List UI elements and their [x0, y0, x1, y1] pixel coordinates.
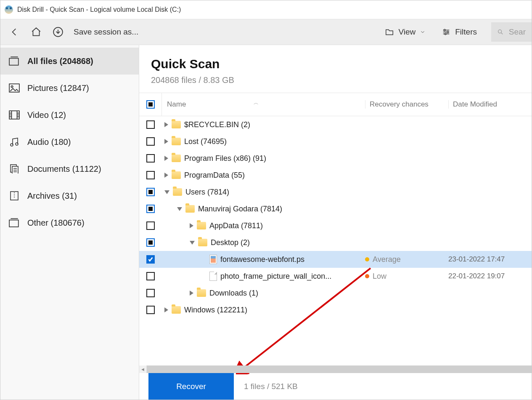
expand-toggle[interactable]	[190, 291, 193, 296]
column-name[interactable]: Name ︿	[162, 100, 365, 109]
file-name: $RECYCLE.BIN (2)	[184, 120, 250, 129]
file-name: fontawesome-webfont.ps	[220, 255, 304, 264]
status-dot	[365, 257, 369, 261]
download-button[interactable]	[49, 23, 67, 41]
file-list: $RECYCLE.BIN (2)Lost (74695)Program File…	[139, 116, 532, 373]
sort-up-icon: ︿	[254, 99, 259, 107]
sidebar-item-audio[interactable]: Audio (180)	[0, 128, 139, 155]
sliders-icon	[442, 27, 451, 37]
file-name: Users (7814)	[185, 188, 229, 197]
table-row[interactable]: Windows (122211)	[139, 301, 532, 318]
main-panel: Quick Scan 204868 files / 8.83 GB Name ︿…	[139, 45, 532, 400]
file-name: photo_frame_picture_wall_icon...	[220, 272, 331, 281]
footer-bar: ◄ Recover 1 files / 521 KB	[139, 373, 532, 400]
table-row[interactable]: Manuviraj Godara (7814)	[139, 200, 532, 217]
row-checkbox[interactable]	[146, 154, 155, 163]
status-dot	[365, 274, 369, 278]
column-recovery[interactable]: Recovery chances	[365, 100, 448, 109]
page-subtitle: 204868 files / 8.83 GB	[151, 75, 520, 85]
title-bar: Disk Drill - Quick Scan - Logical volume…	[0, 0, 532, 19]
row-checkbox[interactable]	[146, 171, 155, 179]
search-icon	[497, 27, 504, 37]
file-icon	[209, 255, 217, 264]
sidebar-item-all-files[interactable]: All files (204868)	[0, 48, 139, 75]
music-icon	[9, 137, 20, 147]
folder-icon	[172, 171, 181, 179]
table-row[interactable]: Users (7814)	[139, 184, 532, 200]
stack-icon	[9, 56, 20, 66]
table-row[interactable]: Program Files (x86) (91)	[139, 150, 532, 167]
window-title: Disk Drill - Quick Scan - Logical volume…	[17, 6, 181, 13]
document-icon	[9, 164, 20, 173]
horizontal-scrollbar[interactable]: ◄	[139, 365, 532, 373]
filters-button[interactable]: Filters	[436, 27, 483, 37]
table-row[interactable]: fontawesome-webfont.psAverage23-01-2022 …	[139, 251, 532, 268]
main-header: Quick Scan 204868 files / 8.83 GB	[139, 45, 532, 93]
sidebar-item-label: Video (12)	[27, 110, 66, 120]
row-checkbox[interactable]	[146, 137, 155, 146]
sidebar-item-archives[interactable]: Archives (31)	[0, 182, 139, 209]
filters-label: Filters	[455, 27, 477, 37]
folder-icon	[197, 222, 206, 229]
date-label: 22-01-2022 19:07	[448, 272, 532, 280]
table-row[interactable]: ProgramData (55)	[139, 167, 532, 184]
table-row[interactable]: photo_frame_picture_wall_icon...Low22-01…	[139, 268, 532, 285]
home-button[interactable]	[27, 23, 45, 41]
film-icon	[9, 110, 20, 120]
view-dropdown[interactable]: View	[379, 27, 431, 37]
expand-toggle[interactable]	[164, 139, 168, 144]
expand-toggle[interactable]	[164, 173, 168, 178]
expand-toggle[interactable]	[164, 307, 168, 312]
page-title: Quick Scan	[151, 57, 520, 71]
table-row[interactable]: Lost (74695)	[139, 133, 532, 150]
svg-point-7	[11, 86, 13, 88]
svg-rect-5	[9, 59, 19, 65]
file-name: Downloads (1)	[209, 289, 258, 298]
folder-icon	[172, 121, 181, 128]
search-input[interactable]: Sear	[491, 22, 532, 42]
sidebar-item-label: Audio (180)	[27, 137, 71, 147]
column-date[interactable]: Date Modified	[448, 100, 532, 109]
file-name: Desktop (2)	[211, 238, 250, 247]
file-name: Program Files (x86) (91)	[184, 154, 266, 163]
toolbar: Save session as... View Filters Sear	[0, 19, 532, 45]
row-checkbox[interactable]	[146, 120, 155, 129]
scroll-left-icon[interactable]: ◄	[139, 365, 147, 373]
row-checkbox[interactable]	[146, 306, 155, 314]
sidebar-item-video[interactable]: Video (12)	[0, 101, 139, 128]
expand-toggle[interactable]	[177, 207, 182, 211]
save-session-button[interactable]: Save session as...	[74, 27, 138, 37]
row-checkbox[interactable]	[146, 238, 155, 247]
table-row[interactable]: Desktop (2)	[139, 234, 532, 251]
date-label: 23-01-2022 17:47	[448, 255, 532, 264]
row-checkbox[interactable]	[146, 272, 155, 280]
table-row[interactable]: Downloads (1)	[139, 285, 532, 301]
back-button[interactable]	[5, 23, 23, 41]
expand-toggle[interactable]	[190, 241, 195, 245]
row-checkbox[interactable]	[146, 255, 155, 264]
row-checkbox[interactable]	[146, 188, 155, 196]
expand-toggle[interactable]	[164, 122, 168, 127]
folder-icon	[172, 138, 181, 145]
table-row[interactable]: AppData (7811)	[139, 217, 532, 234]
column-header: Name ︿ Recovery chances Date Modified	[139, 93, 532, 116]
recovery-label: Low	[373, 272, 386, 281]
file-name: AppData (7811)	[209, 221, 263, 230]
recover-button[interactable]: Recover	[148, 373, 234, 400]
sidebar-item-other[interactable]: Other (180676)	[0, 209, 139, 236]
sidebar-item-label: Other (180676)	[27, 218, 85, 228]
sidebar-item-documents[interactable]: Documents (11122)	[0, 155, 139, 182]
expand-toggle[interactable]	[164, 156, 168, 161]
row-checkbox[interactable]	[146, 289, 155, 297]
sidebar-item-label: Archives (31)	[27, 191, 77, 201]
svg-point-2	[447, 31, 449, 33]
row-checkbox[interactable]	[146, 205, 155, 213]
select-all-checkbox[interactable]	[146, 100, 155, 109]
row-checkbox[interactable]	[146, 221, 155, 230]
table-row[interactable]: $RECYCLE.BIN (2)	[139, 116, 532, 133]
sidebar-item-pictures[interactable]: Pictures (12847)	[0, 75, 139, 101]
expand-toggle[interactable]	[190, 223, 193, 228]
expand-toggle[interactable]	[164, 190, 169, 194]
svg-point-3	[445, 33, 447, 35]
svg-point-1	[444, 29, 446, 31]
